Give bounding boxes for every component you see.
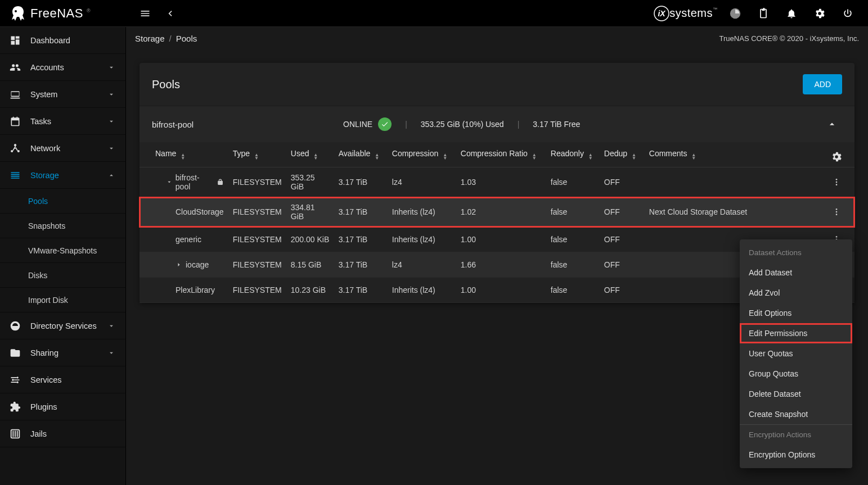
col-name[interactable]: Name ▲▼ [140, 142, 228, 167]
row-comments [645, 167, 825, 197]
sidebar-item-label: Tasks [30, 117, 98, 126]
sidebar-item-directory-services[interactable]: Directory Services [0, 312, 125, 339]
brand-text: FreeNAS [30, 6, 83, 21]
sort-icon: ▲▼ [691, 153, 696, 160]
settings-icon[interactable] [809, 3, 830, 24]
truecommand-icon[interactable] [725, 3, 745, 24]
col-compression[interactable]: Compression ▲▼ [388, 142, 456, 167]
row-dedup: OFF [600, 278, 645, 303]
menu-toggle-icon[interactable] [135, 3, 155, 24]
accounts-icon [9, 61, 21, 74]
svg-text:iX: iX [658, 9, 667, 18]
row-name: PlexLibrary [155, 285, 215, 294]
network-icon [9, 142, 21, 155]
logo[interactable]: FreeNAS ® [5, 4, 131, 22]
pool-summary: bifrost-pool ONLINE | 353.25 GiB (10%) U… [140, 106, 854, 142]
col-type[interactable]: Type ▲▼ [228, 142, 286, 167]
table-settings-icon[interactable] [826, 147, 847, 167]
menu-item-add-dataset[interactable]: Add Dataset [740, 262, 852, 283]
sidebar-subitem-snapshots[interactable]: Snapshots [0, 214, 125, 238]
sidebar-item-sharing[interactable]: Sharing [0, 339, 125, 366]
back-icon[interactable] [160, 3, 180, 24]
row-ratio: 1.66 [456, 252, 546, 278]
menu-item-encryption-options[interactable]: Encryption Options [740, 445, 852, 465]
dashboard-icon [9, 34, 21, 47]
sort-icon: ▲▼ [181, 153, 185, 160]
row-dedup: OFF [600, 227, 645, 252]
sidebar-item-system[interactable]: System [0, 81, 125, 108]
col-ratio[interactable]: Compression Ratio ▲▼ [456, 142, 546, 167]
svg-point-13 [836, 214, 838, 215]
sidebar-item-accounts[interactable]: Accounts [0, 54, 125, 81]
sidebar-item-dashboard[interactable]: Dashboard [0, 27, 125, 54]
sidebar-item-storage[interactable]: Storage [0, 162, 125, 189]
dataset-actions-menu: Dataset ActionsAdd DatasetAdd ZvolEdit O… [740, 239, 852, 468]
tasks-icon [9, 115, 21, 128]
svg-point-10 [836, 184, 838, 185]
sort-icon: ▲▼ [375, 153, 379, 160]
menu-item-user-quotas[interactable]: User Quotas [740, 343, 852, 364]
menu-item-edit-permissions[interactable]: Edit Permissions [740, 323, 852, 343]
sidebar-item-tasks[interactable]: Tasks [0, 108, 125, 135]
sidebar-item-label: Directory Services [30, 321, 98, 330]
chevron-up-icon [107, 171, 116, 179]
clipboard-icon[interactable] [753, 3, 773, 24]
sidebar-item-label: Plugins [30, 402, 116, 411]
row-name: generic [155, 235, 201, 244]
svg-point-3 [14, 144, 16, 146]
breadcrumb-current[interactable]: Pools [176, 34, 197, 43]
chevron-down-icon [107, 64, 116, 71]
sidebar-subitem-import-disk[interactable]: Import Disk [0, 288, 125, 312]
sidebar-subitem-vmware-snapshots[interactable]: VMware-Snapshots [0, 238, 125, 263]
sort-icon: ▲▼ [632, 153, 636, 160]
row-available: 3.17 TiB [334, 197, 388, 227]
menu-item-add-zvol[interactable]: Add Zvol [740, 283, 852, 303]
pool-used: 353.25 GiB (10%) Used [421, 120, 504, 129]
col-used[interactable]: Used ▲▼ [286, 142, 334, 167]
services-icon [9, 374, 21, 386]
sidebar-subitem-disks[interactable]: Disks [0, 263, 125, 288]
power-icon[interactable] [838, 3, 858, 24]
table-row[interactable]: bifrost-pool FILESYSTEM 353.25 GiB 3.17 … [140, 167, 854, 197]
col-dedup[interactable]: Dedup ▲▼ [600, 142, 645, 167]
sidebar-item-network[interactable]: Network [0, 135, 125, 162]
menu-item-delete-dataset[interactable]: Delete Dataset [740, 384, 852, 404]
menu-item-group-quotas[interactable]: Group Quotas [740, 364, 852, 384]
table-row[interactable]: CloudStorage FILESYSTEM 334.81 GiB 3.17 … [140, 197, 854, 227]
row-used: 10.23 GiB [286, 278, 334, 303]
copyright: TrueNAS CORE® © 2020 - iXsystems, Inc. [719, 34, 859, 43]
row-compression: lz4 [388, 252, 456, 278]
row-name: iocage [155, 260, 209, 269]
sidebar-item-plugins[interactable]: Plugins [0, 393, 125, 420]
col-readonly[interactable]: Readonly ▲▼ [546, 142, 600, 167]
add-button[interactable]: ADD [803, 74, 842, 94]
row-actions-icon[interactable] [830, 205, 843, 219]
notifications-icon[interactable] [781, 3, 802, 24]
row-compression: Inherits (lz4) [388, 278, 456, 303]
row-actions-icon[interactable] [830, 175, 843, 189]
row-available: 3.17 TiB [334, 227, 388, 252]
ixsystems-logo[interactable]: iX systems ™ [654, 7, 717, 20]
sidebar-subitem-pools[interactable]: Pools [0, 189, 125, 214]
sidebar-item-services[interactable]: Services [0, 366, 125, 393]
row-compression: Inherits (lz4) [388, 227, 456, 252]
col-available[interactable]: Available ▲▼ [334, 142, 388, 167]
sidebar-item-jails[interactable]: Jails [0, 420, 125, 447]
breadcrumb: Storage / Pools TrueNAS CORE® © 2020 - i… [126, 27, 868, 49]
menu-item-edit-options[interactable]: Edit Options [740, 303, 852, 323]
row-available: 3.17 TiB [334, 278, 388, 303]
menu-item-create-snapshot[interactable]: Create Snapshot [740, 404, 852, 424]
col-comments[interactable]: Comments ▲▼ [645, 142, 825, 167]
row-available: 3.17 TiB [334, 252, 388, 278]
sidebar-item-label: Network [30, 144, 98, 153]
sort-icon: ▲▼ [588, 153, 593, 160]
page-title: Pools [152, 78, 180, 91]
directory-icon [9, 320, 21, 332]
breadcrumb-root[interactable]: Storage [135, 34, 165, 43]
svg-point-4 [11, 149, 13, 152]
row-name: bifrost-pool [155, 173, 224, 191]
main-content: Storage / Pools TrueNAS CORE® © 2020 - i… [126, 27, 868, 485]
collapse-pool-icon[interactable] [822, 114, 842, 134]
row-type: FILESYSTEM [228, 252, 286, 278]
pool-status-text: ONLINE [343, 120, 372, 129]
